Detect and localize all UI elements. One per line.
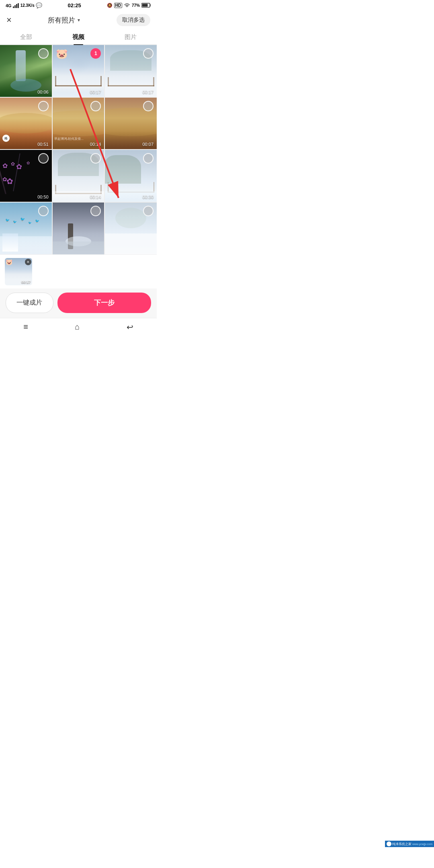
status-left: 4G 12.3K/s 💬	[6, 2, 42, 8]
tab-all-label: 全部	[20, 33, 32, 40]
selected-preview-strip: 🐷 ✕ 00:17	[0, 254, 157, 289]
album-title[interactable]: 所有照片 ▾	[48, 16, 80, 25]
watermark-text-5: 早起博鸿-轻何及情...	[54, 137, 84, 141]
media-cell-12[interactable]	[105, 203, 157, 254]
duration-2: 00:17	[90, 90, 101, 94]
media-grid-wrapper: 00:06 🐷 1 00:17 00:1	[0, 45, 157, 254]
hd-badge: HD	[114, 3, 122, 8]
select-circle-3[interactable]	[143, 48, 154, 59]
status-time: 02:25	[68, 2, 81, 8]
media-cell-3[interactable]: 00:17	[105, 45, 157, 97]
tab-photo-label: 图片	[125, 33, 137, 40]
bell-icon: 🔕	[107, 3, 113, 8]
preview-thumb-1[interactable]: 🐷 ✕ 00:17	[5, 258, 32, 285]
duration-6: 00:07	[142, 142, 154, 147]
status-bar: 4G 12.3K/s 💬 02:25 🔕 HD 77%	[0, 0, 157, 10]
svg-rect-3	[18, 3, 19, 8]
menu-icon[interactable]: ≡	[23, 322, 28, 332]
media-cell-5[interactable]: 早起博鸿-轻何及情... 00:14	[53, 98, 104, 149]
select-circle-6[interactable]	[143, 101, 154, 111]
auto-create-button[interactable]: 一键成片	[6, 293, 53, 313]
media-cell-11[interactable]	[53, 203, 104, 254]
select-number-2: 1	[94, 51, 97, 56]
preview-pig-icon: 🐷	[6, 259, 12, 265]
duration-4: 00:51	[37, 142, 49, 147]
duration-9: 00:30	[142, 194, 154, 199]
media-cell-10[interactable]: 🐦 🐦 🐦 🐦 🐦	[0, 203, 52, 254]
select-circle-10[interactable]	[38, 206, 49, 216]
media-cell-8[interactable]: 00:14	[53, 150, 104, 202]
select-circle-4[interactable]	[38, 101, 49, 111]
select-circle-5[interactable]	[90, 101, 101, 111]
media-cell-7[interactable]: ✿ ✿ ✿ ✿ ✿ ✿ 00:50	[0, 150, 52, 202]
chevron-down-icon: ▾	[78, 17, 80, 23]
action-bar: 一键成片 下一步	[0, 289, 157, 318]
tab-photo[interactable]: 图片	[104, 29, 157, 44]
tab-bar: 全部 视频 图片	[0, 29, 157, 45]
duration-7: 00:50	[37, 194, 49, 199]
media-grid: 00:06 🐷 1 00:17 00:1	[0, 45, 157, 254]
bottom-nav-bar: ≡ ⌂ ↩	[0, 318, 157, 338]
home-icon[interactable]: ⌂	[75, 322, 80, 332]
media-cell-9[interactable]: 00:30	[105, 150, 157, 202]
preview-remove-button[interactable]: ✕	[25, 259, 31, 265]
svg-rect-1	[14, 5, 16, 8]
battery-icon	[141, 3, 151, 8]
media-cell-2[interactable]: 🐷 1 00:17	[53, 45, 104, 97]
preview-close-icon: ✕	[27, 260, 30, 264]
duration-5: 00:14	[90, 142, 101, 147]
status-right: 🔕 HD 77%	[107, 3, 151, 8]
preview-duration: 00:17	[21, 280, 31, 284]
signal-bars-icon	[13, 3, 19, 8]
battery-text: 77%	[132, 3, 140, 8]
select-circle-1[interactable]	[38, 48, 49, 59]
duration-3: 00:17	[142, 90, 154, 94]
close-button[interactable]: ×	[6, 15, 12, 25]
signal-text: 4G	[6, 3, 12, 8]
select-circle-12[interactable]	[143, 206, 154, 216]
wifi-icon	[124, 3, 130, 8]
select-circle-7[interactable]	[38, 153, 49, 164]
next-step-button[interactable]: 下一步	[57, 293, 151, 313]
duration-8: 00:14	[90, 194, 101, 199]
media-cell-4[interactable]: 格 00:51	[0, 98, 52, 149]
cancel-multiselect-button[interactable]: 取消多选	[117, 14, 150, 26]
wechat-icon: 💬	[36, 2, 42, 8]
tab-video-label: 视频	[72, 33, 84, 40]
top-navigation: × 所有照片 ▾ 取消多选	[0, 10, 157, 29]
duration-1: 00:06	[37, 90, 49, 94]
svg-rect-5	[142, 4, 148, 6]
media-cell-6[interactable]: 00:07	[105, 98, 157, 149]
tab-video[interactable]: 视频	[52, 29, 104, 44]
svg-rect-0	[13, 6, 14, 8]
svg-rect-2	[16, 4, 17, 8]
speed-text: 12.3K/s	[20, 3, 35, 8]
album-title-text: 所有照片	[48, 16, 75, 25]
pig-emoji-2: 🐷	[56, 48, 68, 59]
tab-all[interactable]: 全部	[0, 29, 52, 44]
media-cell-1[interactable]: 00:06	[0, 45, 52, 97]
back-icon[interactable]: ↩	[127, 322, 133, 332]
